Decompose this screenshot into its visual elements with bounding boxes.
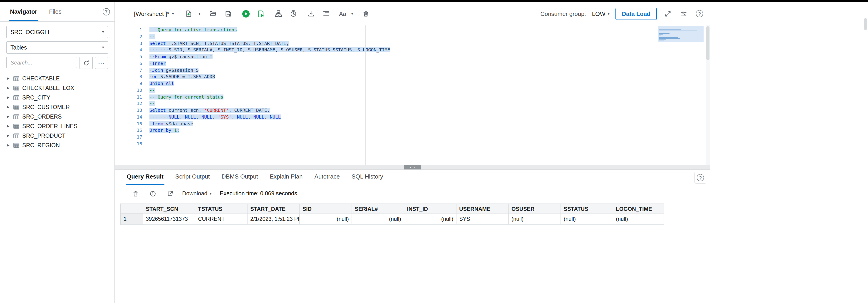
navigator-help-button[interactable]: ?: [103, 8, 110, 15]
code-line[interactable]: Union All: [149, 81, 390, 87]
run-script-button[interactable]: [256, 9, 266, 19]
open-in-new-button[interactable]: [165, 188, 175, 199]
search-input[interactable]: [6, 57, 77, 68]
tree-item-src_product[interactable]: ▶ SRC_PRODUCT: [6, 131, 108, 140]
tree-item-src_orders[interactable]: ▶ SRC_ORDERS: [6, 112, 108, 121]
result-info-button[interactable]: [148, 188, 158, 199]
code-line[interactable]: --: [149, 34, 390, 40]
tab-autotrace[interactable]: Autotrace: [314, 173, 341, 185]
chevron-right-icon[interactable]: ▶: [7, 134, 10, 138]
code-line[interactable]: --: [149, 101, 390, 108]
clear-result-button[interactable]: [130, 188, 141, 199]
font-size-control[interactable]: Aa ▾: [339, 10, 353, 17]
chevron-right-icon[interactable]: ▶: [7, 96, 10, 99]
code-line[interactable]: ··From gv$transaction T: [149, 54, 390, 60]
page-scrollbar-thumb[interactable]: [864, 18, 867, 30]
sidebar-tab-files[interactable]: Files: [48, 2, 62, 21]
table-cell[interactable]: CURRENT: [195, 213, 248, 225]
editor-scrollbar[interactable]: [706, 25, 710, 165]
table-cell[interactable]: SYS: [457, 213, 509, 225]
code-line[interactable]: -- Query for current status: [149, 94, 390, 101]
column-header-osuser[interactable]: OSUSER: [509, 204, 561, 213]
new-worksheet-button[interactable]: [184, 9, 193, 19]
more-actions-button[interactable]: ···: [95, 57, 108, 69]
format-button[interactable]: [321, 9, 331, 19]
table-cell[interactable]: 1: [120, 213, 143, 225]
code-line[interactable]: ·Join gv$session S: [149, 67, 390, 74]
tree-item-src_customer[interactable]: ▶ SRC_CUSTOMER: [6, 102, 108, 112]
code-line[interactable]: Order by 1;: [149, 127, 390, 134]
code-line[interactable]: [149, 134, 390, 141]
explain-plan-button[interactable]: [274, 9, 284, 19]
table-cell[interactable]: (null): [613, 213, 664, 225]
tree-item-src_region[interactable]: ▶ SRC_REGION: [6, 140, 108, 150]
result-row[interactable]: 139265611731373CURRENT2/1/2023, 1:51:23 …: [120, 213, 705, 225]
code-line[interactable]: ·on S.SADDR = T.SES_ADDR: [149, 74, 390, 81]
refresh-button[interactable]: [80, 57, 93, 69]
table-cell[interactable]: 2/1/2023, 1:51:23 PM: [248, 213, 300, 225]
object-type-select[interactable]: Tables ▾: [6, 41, 108, 54]
table-cell[interactable]: (null): [352, 213, 404, 225]
save-button[interactable]: [223, 9, 233, 19]
column-header-username[interactable]: USERNAME: [457, 204, 509, 213]
minimap[interactable]: [658, 26, 704, 41]
column-header-inst_id[interactable]: INST_ID: [404, 204, 457, 213]
panel-splitter[interactable]: ▲ ▼: [115, 165, 710, 170]
table-cell[interactable]: (null): [300, 213, 352, 225]
column-header-tstatus[interactable]: TSTATUS: [195, 204, 248, 213]
consumer-group-select[interactable]: LOW ▾: [592, 10, 610, 17]
download-query-button[interactable]: [306, 9, 316, 19]
sidebar-tab-navigator[interactable]: Navigator: [9, 2, 38, 21]
code-line[interactable]: ·······NULL, NULL, NULL, 'SYS', NULL, NU…: [149, 114, 390, 121]
data-load-button[interactable]: Data Load: [616, 7, 657, 20]
table-cell[interactable]: (null): [404, 213, 457, 225]
worksheet-help-button[interactable]: ?: [694, 9, 705, 19]
run-statement-button[interactable]: [241, 9, 251, 19]
column-header-start_date[interactable]: START_DATE: [248, 204, 300, 213]
table-cell[interactable]: (null): [509, 213, 561, 225]
column-header-sid[interactable]: SID: [300, 204, 352, 213]
delete-button[interactable]: [361, 9, 371, 19]
open-file-button[interactable]: [208, 9, 218, 19]
tree-item-checktable_lox[interactable]: ▶ CHECKTABLE_LOX: [6, 83, 108, 93]
column-header-start_scn[interactable]: START_SCN: [143, 204, 195, 213]
column-header[interactable]: [120, 204, 143, 213]
code-line[interactable]: ·Inner: [149, 60, 390, 67]
tree-item-checktable[interactable]: ▶ CHECKTABLE: [6, 73, 108, 83]
editor-code[interactable]: -- Query for active transactions--Select…: [149, 27, 390, 147]
result-help-button[interactable]: ?: [694, 172, 706, 184]
tab-explain-plan[interactable]: Explain Plan: [269, 173, 304, 185]
column-header-sstatus[interactable]: SSTATUS: [561, 204, 613, 213]
code-line[interactable]: --: [149, 87, 390, 94]
table-cell[interactable]: (null): [561, 213, 613, 225]
chevron-right-icon[interactable]: ▶: [7, 105, 10, 109]
tab-dbms-output[interactable]: DBMS Output: [221, 173, 259, 185]
autotrace-button[interactable]: [289, 9, 299, 19]
code-line[interactable]: Select current_scn, 'CURRENT', CURRENT_D…: [149, 107, 390, 114]
download-menu[interactable]: Download ▾: [182, 190, 212, 197]
tab-query-result[interactable]: Query Result: [126, 173, 164, 185]
schema-select[interactable]: SRC_OCIGGLL ▾: [6, 26, 108, 38]
chevron-right-icon[interactable]: ▶: [7, 144, 10, 147]
new-worksheet-menu-chevron[interactable]: ▾: [198, 12, 200, 16]
code-line[interactable]: ·······S.SID, S.SERIAL#, S.INST_ID, S.US…: [149, 47, 390, 54]
code-line[interactable]: -- Query for active transactions: [149, 27, 390, 34]
chevron-right-icon[interactable]: ▶: [7, 77, 10, 80]
tab-script-output[interactable]: Script Output: [175, 173, 211, 185]
code-line[interactable]: Select T.START_SCN, T.STATUS TSTATUS, T.…: [149, 40, 390, 47]
chevron-right-icon[interactable]: ▶: [7, 115, 10, 118]
splitter-handle[interactable]: ▲ ▼: [404, 165, 421, 170]
maximize-button[interactable]: [663, 9, 673, 19]
tree-item-src_city[interactable]: ▶ SRC_CITY: [6, 93, 108, 102]
column-header-serial#[interactable]: SERIAL#: [352, 204, 404, 213]
tree-item-src_order_lines[interactable]: ▶ SRC_ORDER_LINES: [6, 121, 108, 131]
worksheet-selector[interactable]: [Worksheet ]* ▾: [134, 10, 174, 17]
code-line[interactable]: [149, 141, 390, 148]
code-line[interactable]: ·from v$database: [149, 121, 390, 127]
sql-editor[interactable]: 123456789101112131415161718 -- Query for…: [115, 25, 710, 165]
chevron-right-icon[interactable]: ▶: [7, 86, 10, 90]
table-cell[interactable]: 39265611731373: [143, 213, 195, 225]
settings-button[interactable]: [679, 9, 689, 19]
scrollbar-thumb[interactable]: [706, 26, 710, 60]
column-header-logon_time[interactable]: LOGON_TIME: [613, 204, 664, 213]
